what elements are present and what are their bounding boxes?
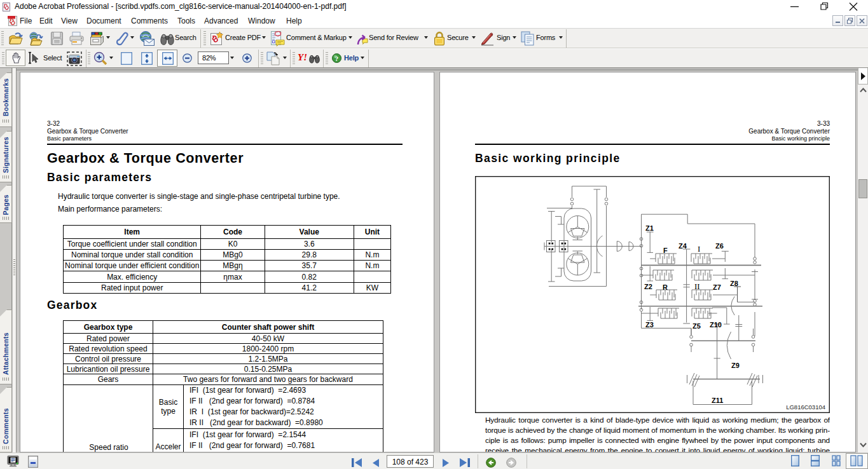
svg-text:Z9: Z9 — [731, 362, 740, 369]
svg-text:Z10: Z10 — [710, 321, 722, 329]
svg-text:Z2: Z2 — [644, 283, 652, 290]
svg-text:Z3: Z3 — [645, 321, 654, 329]
svg-text:Z6: Z6 — [715, 242, 724, 250]
svg-text:Z1: Z1 — [645, 224, 654, 232]
svg-text:Z5: Z5 — [692, 322, 701, 330]
svg-text:I: I — [698, 244, 700, 254]
svg-text:Z4: Z4 — [679, 242, 687, 250]
svg-text:Z7: Z7 — [713, 283, 721, 291]
svg-text:II: II — [694, 282, 700, 291]
svg-text:Z8: Z8 — [730, 280, 738, 287]
svg-text:R: R — [663, 283, 668, 291]
svg-text:?: ? — [335, 55, 339, 62]
svg-text:LG816C03104: LG816C03104 — [786, 404, 825, 411]
svg-text:Z11: Z11 — [712, 397, 723, 404]
svg-text:F: F — [663, 247, 668, 254]
